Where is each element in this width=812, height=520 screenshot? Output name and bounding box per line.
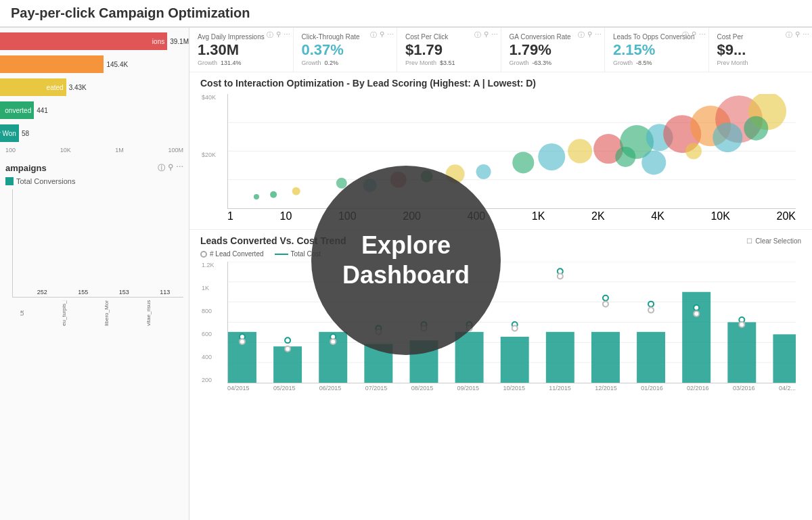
chart-legend: # Lead Converted Total Cost	[200, 250, 801, 258]
bar-value-converted: 441	[37, 107, 48, 114]
info-icon-4[interactable]: ⓘ	[578, 30, 585, 40]
svg-point-13	[538, 143, 565, 170]
more-icon-2[interactable]: ⋯	[387, 30, 394, 40]
bar-row-impressions: ions 39.1M	[0, 30, 189, 52]
campaigns-legend: Total Conversions	[5, 177, 183, 185]
dashboard-header: Pay-per-click Campaign Optimization	[0, 0, 812, 28]
y-200: 200	[202, 377, 215, 383]
svg-point-60	[330, 339, 336, 344]
bottom-title: Leads Converted Vs. Cost Trend	[200, 235, 346, 246]
clear-selection-area: ☐ Clear Selection	[746, 237, 801, 245]
kpi-icons-3: ⓘ ⚲ ⋯	[474, 30, 498, 40]
svg-point-3	[254, 194, 259, 199]
x-label-ut: Ut	[19, 300, 57, 326]
y-label-20k: $20K	[202, 151, 216, 158]
campaigns-header: ampaigns ⓘ ⚲ ⋯	[5, 163, 183, 173]
link-icon-5[interactable]: ⚲	[692, 30, 696, 40]
combo-x-labels: 04/2015 05/2015 06/2015 07/2015 08/2015 …	[227, 383, 796, 393]
page-title: Pay-per-click Campaign Optimization	[11, 5, 250, 21]
svg-point-6	[336, 178, 347, 189]
kpi-icons-6: ⓘ ⚲ ⋯	[786, 30, 809, 40]
kpi-sub-1: Growth 131.4%	[198, 60, 285, 66]
svg-point-65	[558, 274, 563, 279]
svg-point-67	[648, 308, 654, 313]
svg-point-26	[744, 116, 768, 141]
kpi-sub-3: Prev Month $3.51	[405, 60, 493, 66]
info-icon-6[interactable]: ⓘ	[786, 30, 792, 40]
y-600: 600	[202, 331, 215, 337]
link-icon-6[interactable]: ⚲	[795, 30, 800, 40]
legend-dot-lead	[200, 251, 207, 258]
svg-point-61	[376, 329, 381, 335]
info-icon-3[interactable]: ⓘ	[474, 30, 481, 40]
svg-rect-37	[409, 341, 438, 383]
checkbox-icon[interactable]: ☐	[746, 237, 752, 245]
svg-point-14	[568, 139, 592, 164]
x-label-eu: eu_turpis_Nulla...	[61, 300, 99, 326]
svg-point-5	[292, 187, 300, 195]
link-icon-1[interactable]: ⚲	[276, 30, 281, 40]
bar-row-2: 145.4K	[0, 53, 189, 75]
svg-point-11	[476, 164, 491, 179]
kpi-cost-per: ⓘ ⚲ ⋯ Cost Per $9... Prev Month	[709, 28, 813, 72]
more-icon-1[interactable]: ⋯	[284, 30, 290, 40]
kpi-sub-2: Growth 0.2%	[302, 60, 389, 66]
bar-label-impressions: ions	[150, 38, 164, 45]
svg-point-22	[615, 147, 635, 167]
info-icon-2[interactable]: ⓘ	[370, 30, 377, 40]
svg-rect-36	[364, 344, 392, 383]
campaign-bar-chart: 252 155 153 113	[12, 189, 183, 298]
more-icon-4[interactable]: ⋯	[595, 30, 602, 40]
left-sidebar: ions 39.1M 145.4K eated 3.43K onverted	[0, 28, 189, 520]
bar-value-impressions: 39.1M	[170, 38, 189, 45]
legend-text: Total Conversions	[16, 177, 75, 185]
bar-row-converted: onverted 441	[0, 99, 189, 121]
link-icon[interactable]: ⚲	[168, 163, 173, 173]
info-icon[interactable]: ⓘ	[158, 163, 165, 173]
svg-point-58	[240, 339, 245, 344]
svg-point-23	[641, 151, 666, 175]
vbar-libero: 153	[106, 289, 143, 297]
svg-point-25	[713, 122, 742, 152]
bottom-header: Leads Converted Vs. Cost Trend ☐ Clear S…	[200, 235, 801, 246]
x-axis-labels: 100 10K 1M 100M	[0, 145, 189, 155]
bar-row-won: nity Won 58	[0, 122, 189, 144]
kpi-value-1: 1.30M	[198, 42, 285, 58]
y-1000: 1K	[202, 285, 215, 291]
more-icon[interactable]: ⋯	[176, 163, 183, 173]
more-icon-5[interactable]: ⋯	[699, 30, 706, 40]
kpi-value-6: $9...	[717, 42, 805, 58]
bar-value-won: 58	[22, 130, 29, 137]
svg-point-68	[694, 311, 699, 316]
link-icon-4[interactable]: ⚲	[587, 30, 592, 40]
link-icon-2[interactable]: ⚲	[380, 30, 384, 40]
info-icon-1[interactable]: ⓘ	[267, 30, 273, 40]
campaigns-icons: ⓘ ⚲ ⋯	[158, 163, 183, 173]
legend-label-lead: # Lead Converted	[210, 250, 264, 258]
right-content: ⓘ ⚲ ⋯ Avg Daily Impressions 1.30M Growth…	[189, 28, 812, 520]
bar-value-2: 145.4K	[106, 61, 128, 68]
more-icon-6[interactable]: ⋯	[803, 30, 809, 40]
info-icon-5[interactable]: ⓘ	[682, 30, 689, 40]
svg-point-55	[648, 302, 654, 307]
kpi-avg-daily: ⓘ ⚲ ⋯ Avg Daily Impressions 1.30M Growth…	[189, 28, 294, 72]
y-400: 400	[202, 354, 215, 360]
svg-rect-38	[455, 332, 484, 383]
clear-selection-btn[interactable]: Clear Selection	[755, 237, 801, 245]
svg-point-56	[694, 305, 699, 310]
bar-label-converted: onverted	[2, 107, 31, 114]
kpi-value-3: $1.79	[405, 42, 493, 58]
svg-rect-40	[546, 332, 574, 383]
svg-point-4	[270, 191, 277, 198]
svg-point-69	[739, 322, 744, 327]
scatter-svg	[228, 94, 796, 208]
link-icon-3[interactable]: ⚲	[484, 30, 489, 40]
more-icon-3[interactable]: ⋯	[491, 30, 498, 40]
bar-value-created: 3.43K	[69, 84, 87, 91]
kpi-ga-conv: ⓘ ⚲ ⋯ GA Conversion Rate 1.79% Growth -6…	[501, 28, 606, 72]
kpi-icons-1: ⓘ ⚲ ⋯	[267, 30, 290, 40]
campaigns-section: ampaigns ⓘ ⚲ ⋯ Total Conversions 252	[0, 158, 189, 331]
bar-label-won: nity Won	[0, 130, 16, 137]
kpi-icons-4: ⓘ ⚲ ⋯	[578, 30, 602, 40]
legend-label-cost: Total Cost	[291, 250, 321, 258]
